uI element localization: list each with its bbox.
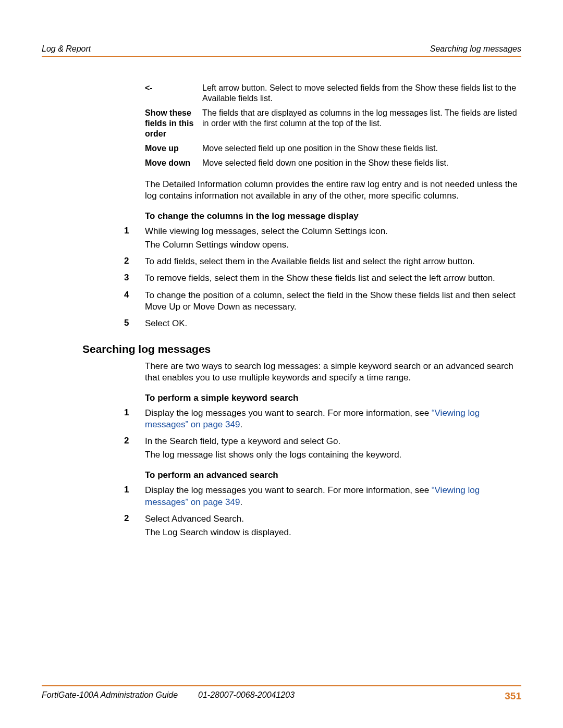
header-rule: [42, 56, 521, 57]
step-line: In the Search field, type a keyword and …: [145, 436, 401, 447]
step-number: 5: [124, 318, 145, 329]
def-term: Move up: [145, 143, 202, 154]
page-footer: FortiGate-100A Administration Guide 01-2…: [42, 685, 521, 702]
section-title-searching: Searching log messages: [82, 343, 521, 355]
step-body: To change the position of a column, sele…: [145, 290, 521, 313]
step-text: Display the log messages you want to sea…: [145, 485, 432, 495]
step-number: 2: [124, 256, 145, 267]
step-number: 1: [124, 226, 145, 251]
detail-info-para: The Detailed Information column provides…: [145, 179, 521, 202]
step-line: The Log Search window is displayed.: [145, 527, 291, 538]
step-line: While viewing log messages, select the C…: [145, 226, 388, 237]
step-number: 2: [124, 436, 145, 461]
header-left: Log & Report: [42, 44, 91, 54]
step-line: The log message list shows only the logs…: [145, 449, 401, 461]
step-body: To remove fields, select them in the Sho…: [145, 273, 495, 284]
def-desc: Move selected field down one position in…: [202, 158, 521, 168]
step-number: 3: [124, 273, 145, 284]
footer-rule: [42, 685, 521, 686]
step-body: Display the log messages you want to sea…: [145, 408, 521, 430]
def-term: Move down: [145, 158, 202, 168]
def-term: Show these fields in this order: [145, 108, 202, 139]
header-right: Searching log messages: [430, 44, 521, 54]
step-body: In the Search field, type a keyword and …: [145, 436, 401, 461]
step-body: To add fields, select them in the Availa…: [145, 256, 475, 267]
simple-search-steps: 1 Display the log messages you want to s…: [124, 408, 521, 461]
step-number: 1: [124, 485, 145, 508]
step-number: 1: [124, 408, 145, 430]
advanced-search-heading: To perform an advanced search: [145, 470, 521, 480]
def-desc: Move selected field up one position in t…: [202, 143, 521, 154]
step-line: The Column Settings window opens.: [145, 239, 388, 251]
search-intro-para: There are two ways to search log message…: [145, 361, 521, 384]
advanced-search-steps: 1 Display the log messages you want to s…: [124, 485, 521, 538]
step-number: 2: [124, 513, 145, 538]
step-text: .: [240, 419, 242, 429]
change-columns-steps: 1 While viewing log messages, select the…: [124, 226, 521, 329]
footer-docid: 01-28007-0068-20041203: [198, 690, 505, 702]
step-line: Select Advanced Search.: [145, 513, 291, 525]
step-body: While viewing log messages, select the C…: [145, 226, 388, 251]
footer-page-number: 351: [505, 690, 521, 702]
simple-search-heading: To perform a simple keyword search: [145, 393, 521, 403]
step-body: Select OK.: [145, 318, 187, 329]
footer-title: FortiGate-100A Administration Guide: [42, 690, 198, 702]
change-columns-heading: To change the columns in the log message…: [145, 211, 521, 221]
def-desc: Left arrow button. Select to move select…: [202, 83, 521, 104]
step-text: .: [240, 497, 242, 507]
def-desc: The fields that are displayed as columns…: [202, 108, 521, 139]
step-number: 4: [124, 290, 145, 313]
step-body: Select Advanced Search. The Log Search w…: [145, 513, 291, 538]
definitions-table: <- Left arrow button. Select to move sel…: [145, 79, 521, 172]
step-text: Display the log messages you want to sea…: [145, 408, 432, 418]
def-term: <-: [145, 83, 202, 104]
step-body: Display the log messages you want to sea…: [145, 485, 521, 508]
